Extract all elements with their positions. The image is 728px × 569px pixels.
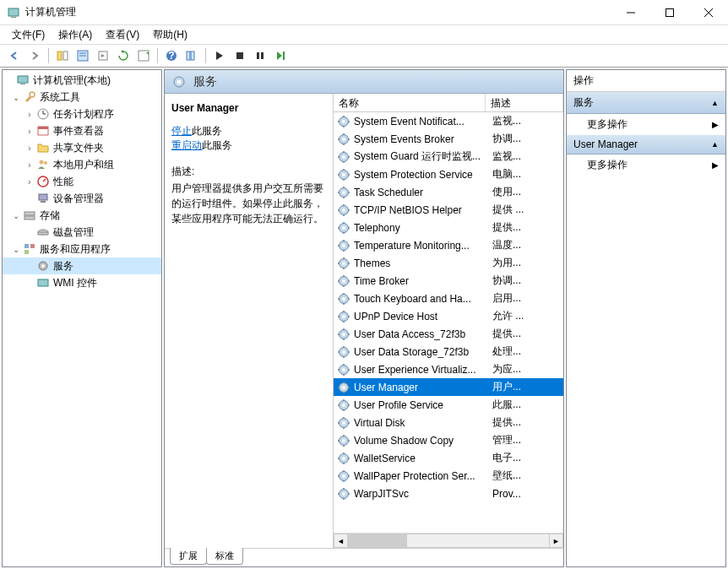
toolbar-icon[interactable] — [182, 46, 201, 65]
menu-help[interactable]: 帮助(H) — [148, 26, 193, 44]
svg-point-35 — [44, 161, 47, 165]
gear-icon — [337, 257, 350, 270]
tree-system-tools[interactable]: ⌄ 系统工具 — [3, 89, 161, 106]
service-row[interactable]: Task Scheduler使用... — [334, 183, 563, 201]
tree-event-viewer[interactable]: › 事件查看器 — [3, 122, 161, 139]
pause-service-button[interactable] — [251, 46, 269, 65]
computer-icon — [16, 73, 30, 87]
service-row[interactable]: Temperature Monitoring...温度... — [334, 236, 563, 254]
svg-point-53 — [342, 120, 345, 123]
forward-button[interactable] — [25, 46, 44, 65]
service-row[interactable]: Touch Keyboard and Ha...启用... — [334, 290, 563, 307]
scroll-right-button[interactable]: ► — [549, 534, 563, 548]
navigation-tree[interactable]: 计算机管理(本地) ⌄ 系统工具 › 任务计划程序 › 事件查看器 › 共享文件… — [2, 69, 162, 567]
service-row[interactable]: WarpJITSvcProv... — [334, 485, 563, 502]
list-button[interactable] — [134, 46, 153, 65]
chevron-right-icon[interactable]: › — [24, 127, 35, 136]
service-row[interactable]: System Events Broker协调... — [334, 130, 563, 148]
chevron-right-icon[interactable]: › — [24, 144, 35, 153]
tree-task-scheduler[interactable]: › 任务计划程序 — [3, 106, 161, 122]
tree-wmi[interactable]: WMI 控件 — [3, 274, 161, 291]
more-actions-1[interactable]: 更多操作 ▶ — [567, 114, 725, 135]
service-row[interactable]: User Manager用户... — [334, 378, 563, 396]
service-row[interactable]: WallPaper Protection Ser...壁纸... — [334, 467, 563, 485]
tab-standard[interactable]: 标准 — [206, 548, 243, 565]
tree-shared-folders[interactable]: › 共享文件夹 — [3, 139, 161, 156]
service-row[interactable]: User Experience Virtualiz...为应... — [334, 360, 563, 378]
more-actions-2[interactable]: 更多操作 ▶ — [567, 154, 725, 176]
stop-link[interactable]: 停止 — [171, 125, 192, 137]
tree-disk-mgmt[interactable]: 磁盘管理 — [3, 224, 161, 241]
gear-icon — [337, 345, 350, 359]
service-row[interactable]: WalletService电子... — [334, 449, 563, 467]
service-name-cell: User Manager — [354, 382, 489, 393]
folder-share-icon — [36, 141, 50, 154]
column-desc[interactable]: 描述 — [486, 94, 563, 111]
menubar: 文件(F) 操作(A) 查看(V) 帮助(H) — [0, 25, 728, 44]
show-hide-button[interactable] — [53, 46, 72, 65]
service-row[interactable]: User Data Access_72f3b提供... — [334, 325, 563, 343]
service-row[interactable]: Volume Shadow Copy管理... — [334, 431, 563, 449]
start-service-button[interactable] — [210, 46, 229, 65]
svg-point-95 — [342, 244, 345, 247]
service-row[interactable]: System Protection Service电脑... — [334, 165, 563, 183]
stop-service-button[interactable] — [231, 46, 249, 65]
service-desc-cell: 电子... — [489, 451, 563, 465]
chevron-right-icon[interactable]: › — [24, 110, 35, 119]
service-name-cell: User Experience Virtualiz... — [354, 364, 489, 376]
tree-services[interactable]: 服务 — [3, 257, 161, 274]
menu-file[interactable]: 文件(F) — [7, 26, 50, 44]
service-desc-cell: 启用... — [489, 291, 563, 306]
tree-storage[interactable]: ⌄ 存储 — [3, 207, 161, 224]
service-row[interactable]: User Data Storage_72f3b处理... — [334, 343, 563, 360]
services-list[interactable]: System Event Notificat...监视...System Eve… — [334, 112, 563, 533]
tools-icon — [23, 90, 36, 104]
actions-section-user-manager[interactable]: User Manager ▲ — [567, 135, 725, 154]
actions-section-services[interactable]: 服务 ▲ — [567, 92, 725, 114]
export-button[interactable] — [94, 46, 112, 65]
service-name-cell: System Protection Service — [354, 169, 489, 181]
service-row[interactable]: User Profile Service此服... — [334, 396, 563, 414]
maximize-button[interactable] — [650, 0, 689, 25]
properties-button[interactable] — [73, 46, 92, 65]
service-name-cell: System Events Broker — [354, 133, 489, 145]
chevron-down-icon[interactable]: ⌄ — [11, 211, 21, 220]
close-button[interactable] — [689, 0, 728, 25]
service-row[interactable]: Telephony提供... — [334, 219, 563, 236]
horizontal-scrollbar[interactable] — [348, 534, 549, 548]
tree-services-apps[interactable]: ⌄ 服务和应用程序 — [3, 241, 161, 257]
refresh-button[interactable] — [114, 46, 133, 65]
chevron-right-icon[interactable]: › — [24, 160, 35, 170]
svg-point-113 — [342, 297, 345, 301]
svg-rect-23 — [261, 52, 263, 59]
service-row[interactable]: Themes为用... — [334, 254, 563, 272]
restart-link[interactable]: 重启动 — [171, 139, 202, 151]
chevron-right-icon[interactable]: › — [24, 177, 35, 187]
service-row[interactable]: TCP/IP NetBIOS Helper提供 ... — [334, 201, 563, 219]
minimize-button[interactable] — [611, 0, 650, 25]
tree-local-users[interactable]: › 本地用户和组 — [3, 156, 161, 173]
service-row[interactable]: UPnP Device Host允许 ... — [334, 307, 563, 325]
column-name[interactable]: 名称 — [334, 94, 486, 111]
panel-title: 服务 — [193, 74, 217, 89]
back-button[interactable] — [5, 46, 24, 65]
service-row[interactable]: Time Broker协调... — [334, 272, 563, 290]
svg-point-89 — [342, 226, 345, 230]
service-row[interactable]: System Guard 运行时监视...监视... — [334, 148, 563, 165]
tree-device-manager[interactable]: 设备管理器 — [3, 190, 161, 207]
service-row[interactable]: Virtual Disk提供... — [334, 414, 563, 431]
menu-view[interactable]: 查看(V) — [101, 26, 144, 44]
service-name-cell: TCP/IP NetBIOS Helper — [354, 204, 489, 216]
restart-service-button[interactable] — [271, 46, 290, 65]
service-desc-cell: 提供... — [489, 327, 563, 341]
service-row[interactable]: System Event Notificat...监视... — [334, 112, 563, 130]
scroll-left-button[interactable]: ◄ — [334, 534, 348, 548]
tree-performance[interactable]: › 性能 — [3, 173, 161, 190]
chevron-down-icon[interactable]: ⌄ — [11, 245, 21, 254]
tab-extended[interactable]: 扩展 — [170, 548, 207, 565]
help-button[interactable]: ? — [162, 46, 181, 65]
tree-root[interactable]: 计算机管理(本地) — [3, 72, 161, 89]
menu-action[interactable]: 操作(A) — [53, 26, 97, 44]
svg-point-173 — [342, 474, 345, 478]
chevron-down-icon[interactable]: ⌄ — [11, 93, 21, 102]
